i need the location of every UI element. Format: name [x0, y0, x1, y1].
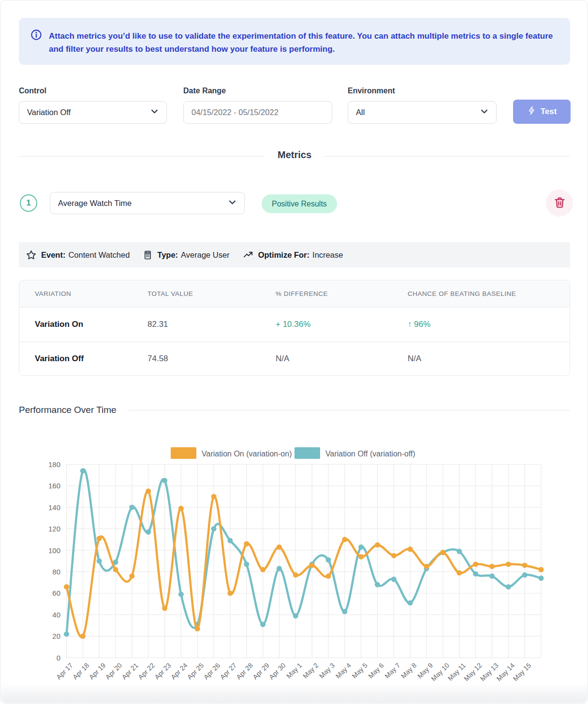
data-point-variation-on[interactable] [473, 561, 478, 567]
data-point-variation-off[interactable] [178, 592, 184, 597]
data-point-variation-on[interactable] [539, 567, 544, 572]
metrics-divider: Metrics [19, 149, 570, 161]
data-point-variation-off[interactable] [97, 558, 102, 564]
data-point-variation-on[interactable] [424, 564, 429, 569]
x-axis-tick: Apr 30 [267, 661, 287, 681]
data-point-variation-off[interactable] [342, 609, 347, 614]
data-point-variation-on[interactable] [506, 561, 511, 567]
control-select[interactable]: Variation Off [19, 101, 167, 124]
date-range-label: Date Range [183, 87, 226, 95]
data-point-variation-on[interactable] [440, 550, 445, 555]
y-axis-tick: 160 [48, 482, 60, 490]
data-point-variation-off[interactable] [473, 571, 478, 576]
x-axis-tick: May 3 [318, 661, 336, 680]
data-point-variation-on[interactable] [358, 554, 364, 559]
x-axis-tick: May 15 [511, 661, 532, 683]
metric-details-strip: Event: Content Watched Type: Average Use… [19, 242, 570, 267]
x-axis-tick: Apr 23 [153, 661, 173, 681]
data-point-variation-on[interactable] [178, 506, 184, 511]
total-value: 74.58 [147, 354, 276, 364]
data-point-variation-off[interactable] [129, 505, 134, 510]
data-point-variation-on[interactable] [277, 544, 282, 550]
metrics-title: Metrics [265, 149, 324, 160]
data-point-variation-off[interactable] [539, 575, 544, 581]
control-label: Control [19, 87, 46, 95]
type-label: Type: [157, 250, 178, 260]
chart-grid: 020406080100120140160180Apr 17Apr 18Apr … [48, 460, 541, 683]
data-point-variation-on[interactable] [391, 553, 397, 558]
variation-name: Variation On [19, 320, 147, 329]
data-point-variation-on[interactable] [293, 572, 298, 578]
data-point-variation-off[interactable] [277, 566, 282, 571]
data-point-variation-off[interactable] [244, 561, 249, 567]
metric-select-value: Average Watch Time [58, 199, 228, 208]
data-point-variation-on[interactable] [375, 542, 380, 547]
difference-value: N/A [276, 354, 408, 364]
x-axis-tick: Apr 26 [202, 661, 222, 681]
data-point-variation-off[interactable] [506, 584, 511, 589]
data-point-variation-off[interactable] [456, 549, 462, 554]
data-point-variation-off[interactable] [293, 613, 298, 618]
optimize-group: Optimize For: Increase [243, 249, 343, 261]
data-point-variation-on[interactable] [162, 606, 167, 611]
y-axis-tick: 40 [52, 611, 60, 619]
date-range-value: 04/15/2022 - 05/15/2022 [191, 108, 324, 117]
data-point-variation-off[interactable] [146, 529, 151, 535]
data-point-variation-off[interactable] [260, 622, 265, 627]
event-group: Event: Content Watched [26, 249, 130, 261]
x-axis-tick: Apr 29 [251, 661, 271, 681]
data-point-variation-off[interactable] [408, 600, 413, 605]
environment-select[interactable]: All [348, 101, 497, 124]
data-point-variation-on[interactable] [80, 633, 86, 639]
type-group: Type: Average User [143, 250, 229, 260]
data-point-variation-on[interactable] [408, 546, 413, 552]
data-point-variation-on[interactable] [195, 626, 200, 631]
data-point-variation-on[interactable] [456, 570, 462, 575]
data-point-variation-on[interactable] [211, 494, 217, 499]
data-point-variation-off[interactable] [391, 577, 397, 582]
data-point-variation-off[interactable] [489, 573, 495, 579]
data-point-variation-on[interactable] [522, 563, 528, 568]
col-header-difference: % DIFFERENCE [276, 290, 408, 297]
data-point-variation-off[interactable] [375, 582, 380, 587]
variation-name: Variation Off [19, 354, 147, 364]
event-value: Content Watched [68, 250, 130, 260]
data-point-variation-off[interactable] [162, 478, 167, 483]
col-header-total-value: TOTAL VALUE [147, 290, 276, 297]
legend-item[interactable]: Variation Off (variation-off) [294, 447, 415, 459]
data-point-variation-on[interactable] [227, 590, 233, 596]
data-point-variation-off[interactable] [80, 468, 86, 473]
legend-item[interactable]: Variation On (variation-on) [171, 447, 292, 459]
chevron-down-icon [228, 198, 236, 208]
x-axis-tick: May 5 [351, 661, 369, 680]
legend-swatch [171, 447, 196, 459]
data-point-variation-off[interactable] [64, 631, 69, 637]
data-point-variation-on[interactable] [342, 537, 347, 542]
data-point-variation-on[interactable] [309, 563, 315, 568]
data-point-variation-on[interactable] [244, 541, 249, 546]
test-button[interactable]: Test [513, 100, 571, 124]
metric-number-badge: 1 [20, 194, 37, 212]
x-axis-tick: Apr 25 [186, 661, 206, 681]
date-range-input[interactable]: 04/15/2022 - 05/15/2022 [183, 101, 332, 124]
data-point-variation-off[interactable] [522, 572, 528, 578]
delete-metric-button[interactable] [546, 190, 573, 217]
data-point-variation-off[interactable] [227, 538, 233, 543]
data-point-variation-on[interactable] [97, 536, 102, 541]
data-point-variation-on[interactable] [489, 564, 495, 569]
data-point-variation-on[interactable] [326, 573, 331, 579]
col-header-chance: CHANCE OF BEATING BASELINE [408, 290, 570, 297]
data-point-variation-on[interactable] [129, 573, 134, 579]
table-row: Variation On 82.31 + 10.36% ↑ 96% [19, 308, 570, 341]
data-point-variation-off[interactable] [326, 557, 331, 563]
data-point-variation-off[interactable] [211, 526, 217, 531]
legend-label: Variation On (variation-on) [202, 450, 292, 458]
data-point-variation-on[interactable] [146, 488, 151, 494]
data-point-variation-off[interactable] [358, 544, 364, 550]
metric-select[interactable]: Average Watch Time [50, 192, 245, 214]
control-select-value: Variation Off [27, 108, 150, 117]
y-axis-tick: 20 [52, 632, 60, 640]
data-point-variation-on[interactable] [260, 567, 265, 572]
data-point-variation-on[interactable] [64, 584, 69, 589]
data-point-variation-on[interactable] [113, 567, 118, 572]
